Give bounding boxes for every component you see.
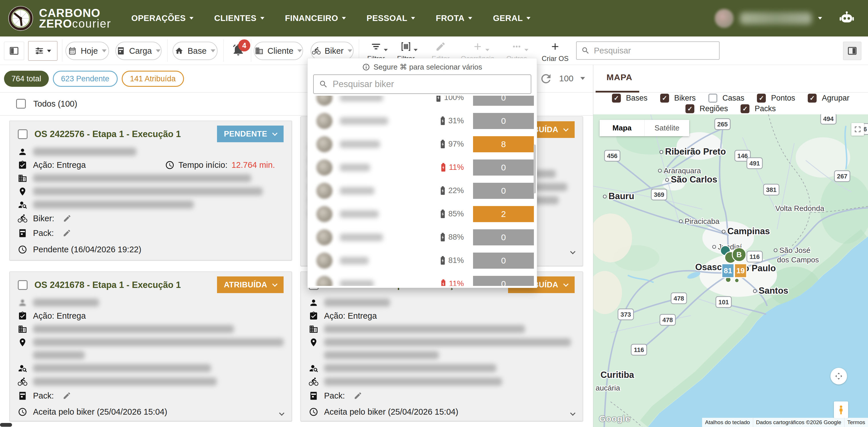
cliente-filter[interactable]: Cliente: [254, 42, 303, 60]
checkbox-checked-icon[interactable]: ✓: [660, 94, 669, 103]
brand-logo[interactable]: CARBONO ZEROcourier: [7, 5, 111, 32]
status-badge-pendente[interactable]: PENDENTE: [217, 125, 284, 142]
layer-toggle-pontos[interactable]: ✓Pontos: [757, 94, 795, 103]
search-input[interactable]: [594, 46, 714, 55]
biker-list-item[interactable]: 81% 0: [308, 249, 537, 272]
plus-icon: [550, 41, 561, 52]
redacted-text: [324, 364, 496, 372]
keyboard-shortcuts-link[interactable]: Atalhos do teclado: [702, 418, 753, 427]
layer-toggle-packs[interactable]: ✓Packs: [741, 104, 776, 113]
biker-list-item[interactable]: 85% 2: [308, 202, 537, 226]
person-icon: [18, 147, 27, 156]
nav-operacoes[interactable]: OPERAÇÕES: [131, 13, 193, 23]
notifications-button[interactable]: 4: [231, 43, 249, 60]
biker-search: [313, 75, 531, 94]
building-icon: [309, 324, 318, 334]
assigned-count-badge: 0: [473, 253, 534, 269]
city-dot: [603, 195, 607, 198]
os-title[interactable]: OS 2422576 - Etapa 1 - Execução 1: [34, 129, 181, 139]
nav-frota[interactable]: FROTA: [436, 13, 472, 23]
chip-atribuida[interactable]: 141 Atribuída: [122, 71, 184, 87]
os-card-2421890[interactable]: OS 2421890 - Etapa 1 - Execução 1 ATRIBU…: [301, 272, 583, 421]
dropdown-scrollbar[interactable]: [534, 145, 536, 193]
route-shield-number: 478: [674, 295, 684, 302]
biker-list-item[interactable]: 97% 8: [308, 133, 537, 156]
chevron-down-icon: [189, 17, 193, 20]
criar-os-button[interactable]: Criar OS: [537, 40, 573, 63]
refresh-button[interactable]: [539, 72, 553, 86]
select-all-checkbox[interactable]: [16, 99, 26, 109]
street-view-pegman[interactable]: [834, 401, 848, 418]
card-checkbox[interactable]: [18, 280, 28, 290]
nav-clientes[interactable]: CLIENTES: [214, 13, 264, 23]
checkbox-checked-icon[interactable]: ✓: [685, 104, 694, 113]
biker-search-input[interactable]: [333, 79, 526, 89]
status-badge-atribuida[interactable]: ATRIBUÍDA: [217, 277, 284, 293]
columns-filter-button[interactable]: [28, 41, 57, 61]
biker-list-item[interactable]: 22% 0: [308, 179, 537, 202]
os-card-2422576[interactable]: OS 2422576 - Etapa 1 - Execução 1 PENDEN…: [9, 121, 292, 260]
satellite-button[interactable]: Satélite: [644, 120, 689, 136]
assigned-count-badge: 0: [473, 276, 534, 286]
left-panel-toggle-button[interactable]: [4, 42, 24, 60]
page-size-select[interactable]: 100: [559, 74, 585, 83]
action-label: Ação: Entrega: [324, 311, 377, 321]
search-icon: [581, 46, 590, 55]
chevron-down-icon: [485, 49, 489, 51]
checkbox-checked-icon[interactable]: ✓: [808, 94, 817, 103]
chip-total[interactable]: 764 total: [4, 71, 49, 87]
date-filter-hoje[interactable]: Hoje: [65, 42, 109, 60]
chevron-down-icon: [818, 17, 822, 20]
biker-filter[interactable]: Biker: [311, 42, 353, 60]
terms-link[interactable]: Termos: [844, 418, 868, 427]
pan-control[interactable]: [830, 368, 847, 385]
layer-toggle-regiões[interactable]: ✓Regiões: [685, 104, 728, 113]
base-filter[interactable]: Base: [173, 42, 218, 60]
checkbox-unchecked-icon[interactable]: ✓: [708, 94, 717, 103]
card-checkbox[interactable]: [18, 129, 28, 139]
map-button[interactable]: Mapa: [600, 120, 644, 136]
layer-toggle-bikers[interactable]: ✓Bikers: [660, 94, 696, 103]
layer-toggle-bases[interactable]: ✓Bases: [612, 94, 648, 103]
checkbox-checked-icon[interactable]: ✓: [741, 104, 749, 113]
map-canvas[interactable]: Ribeirão PretoAraraquaraSão CarlosBauruP…: [593, 114, 868, 427]
biker-list-item[interactable]: 88% 0: [308, 226, 537, 249]
panel-divider: [593, 65, 593, 427]
checkbox-checked-icon[interactable]: ✓: [757, 94, 766, 103]
carga-filter[interactable]: Carga: [115, 42, 162, 60]
avatar: [316, 276, 332, 286]
time-label: Tempo início:: [179, 160, 228, 170]
clipboard-check-icon: [18, 311, 27, 321]
biker-list-item[interactable]: 11% 0: [308, 272, 537, 286]
assistant-robot-icon[interactable]: [839, 10, 855, 26]
clipboard-check-icon: [309, 311, 318, 321]
tab-mapa[interactable]: MAPA: [607, 73, 632, 82]
edit-pencil-icon[interactable]: [63, 391, 71, 400]
city-label: Curitiba: [600, 370, 634, 380]
avatar: [316, 96, 332, 106]
battery-icon: [440, 116, 446, 125]
layer-toggle-agrupar[interactable]: ✓Agrupar: [808, 94, 849, 103]
nav-geral[interactable]: GERAL: [493, 13, 530, 23]
battery-icon: [440, 279, 446, 286]
biker-list-item[interactable]: 100% 0: [308, 96, 537, 109]
layer-toggle-casas[interactable]: ✓Casas: [708, 94, 745, 103]
nav-pessoal[interactable]: PESSOAL: [367, 13, 415, 23]
os-title[interactable]: OS 2421678 - Etapa 1 - Execução 1: [34, 280, 181, 290]
os-card-2421678[interactable]: OS 2421678 - Etapa 1 - Execução 1 ATRIBU…: [9, 272, 292, 421]
info-icon: [362, 63, 370, 71]
biker-list-item[interactable]: 11% 0: [308, 156, 537, 179]
expand-chevron-icon[interactable]: [570, 249, 575, 254]
horizontal-scrollbar-thumb[interactable]: [0, 423, 12, 427]
edit-pencil-icon[interactable]: [353, 391, 362, 400]
checkbox-checked-icon[interactable]: ✓: [612, 94, 621, 103]
action-label: Ação: Entrega: [33, 160, 86, 170]
right-panel-toggle-button[interactable]: [843, 42, 861, 60]
edit-pencil-icon[interactable]: [63, 229, 71, 237]
edit-pencil-icon[interactable]: [63, 214, 71, 223]
user-menu[interactable]: [715, 9, 855, 28]
nav-financeiro[interactable]: FINANCEIRO: [285, 13, 346, 23]
chip-pendente[interactable]: 623 Pendente: [53, 71, 118, 87]
fullscreen-button[interactable]: [851, 123, 864, 136]
biker-list-item[interactable]: 31% 0: [308, 109, 537, 133]
